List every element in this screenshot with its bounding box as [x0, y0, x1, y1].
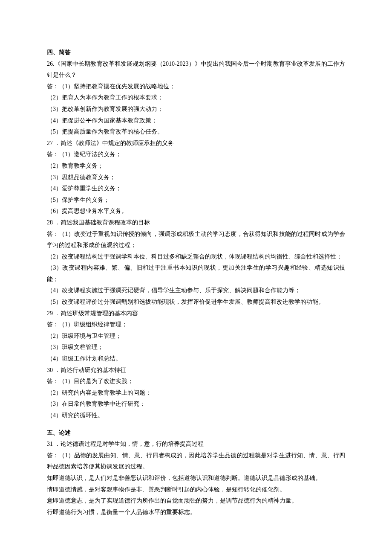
q29-answer-3: （3）班级文档管理；	[47, 342, 345, 353]
q27-answer-6: （6）提高思想业务水平义务。	[47, 206, 345, 217]
q28-answer-4: （4）改变课程实施过于强调死记硬背，倡导学生主动参与、乐于探究、解决问题和合作能…	[47, 285, 345, 296]
q28-answer-3: （3）改变课程内容难、繁、偏、旧和过于注重书本知识的现状，更加关注学生的学习兴趣…	[47, 262, 345, 285]
section-heading-5: 五、论述	[47, 427, 345, 439]
q26-answer-2: （2）把育人为本作为教育工作的根本要求；	[47, 92, 345, 104]
q29-answer-1: 答：（1）班级组织经律管理；	[47, 319, 345, 331]
q26-prompt: 26.《国家中长期教育改革和发展规划纲要（2010-2023）》中提出的我国今后…	[47, 58, 345, 81]
q26-answer-3: （3）把改革创新作为教育发展的强大动力；	[47, 104, 345, 115]
q30-prompt: 30 ．简述行动研究的基本特征	[47, 365, 345, 376]
q27-answer-2: （2）教育教学义务；	[47, 160, 345, 172]
q26-answer-1: 答：（1）坚持把教育摆在优先发展的战略地位；	[47, 81, 345, 93]
q28-prompt: 28 ．简述我国基础教育课程改革的目标	[47, 217, 345, 229]
q29-answer-2: （2）班级环境与卫生管理；	[47, 331, 345, 342]
q31-answer-5: 行即道德行为习惯，是衡量一个人品德水平的重要标志。	[47, 507, 345, 518]
q30-answer-2: （2）研究的内容是教育教学上的问题；	[47, 387, 345, 399]
q26-answer-4: （4）把促进公平作为国家基本教育政策；	[47, 115, 345, 127]
q31-answer-4: 意即道德意志，是为了实现道德行为所作出的自觉而顽强的努力，是调节品德行为的精神力…	[47, 495, 345, 507]
q27-prompt: 27 ．简述《教师法》中规定的教师应承担的义务	[47, 138, 345, 149]
q31-answer-1: 答：（1）品德的发展由知、情、意、行四者构成的，因此培养学生品德的过程就是对学生…	[47, 450, 345, 473]
q30-answer-4: （4）研究的循环性。	[47, 410, 345, 421]
q27-answer-3: （3）思想品德教育义务；	[47, 172, 345, 183]
q28-answer-5: （5）改变课程评价过分强调甄别和选拔功能现状，发挥评价促进学生发展、教师提高和改…	[47, 296, 345, 308]
q30-answer-1: 答：（1）目的是为了改进实践；	[47, 376, 345, 387]
q29-prompt: 29 ．简述班级常规管理的基本内容	[47, 308, 345, 320]
q28-answer-1: 答：（1）改变过于重视知识传授的倾向，强调形成积极主动的学习态度，合获得知识和技…	[47, 229, 345, 251]
q28-answer-2: （2）改变课程结构过于强调学科本位、科目过多和缺乏整合的现状，体现课程结构的均衡…	[47, 251, 345, 263]
q30-answer-3: （3）在日常的教育教学中进行研究；	[47, 398, 345, 410]
q31-answer-3: 情即道德情感，是对客观事物作是非、善恶判断时引起的内心体验，是知行转化的催化剂。	[47, 484, 345, 496]
document-body: 四、简答 26.《国家中长期教育改革和发展规划纲要（2010-2023）》中提出…	[47, 47, 345, 518]
q29-answer-4: （4）班级工作计划和总结。	[47, 353, 345, 365]
q27-answer-1: 答：（1）遵纪守法的义务；	[47, 149, 345, 160]
section-heading-4: 四、简答	[47, 47, 345, 58]
q26-answer-5: （5）把提高质量作为教育改革的核心任务。	[47, 126, 345, 138]
q31-prompt: 31 ．论述德语过程是对学生知，情，意，行的培养提高过程	[47, 439, 345, 450]
q31-answer-2: 知即道德认识，是人们对是非善恶认识和评价，包括道德认识和道德判断。道德认识是品德…	[47, 473, 345, 484]
q27-answer-5: （5）保护学生的义务；	[47, 195, 345, 206]
q27-answer-4: （4）爱护尊重学生的义务；	[47, 183, 345, 195]
